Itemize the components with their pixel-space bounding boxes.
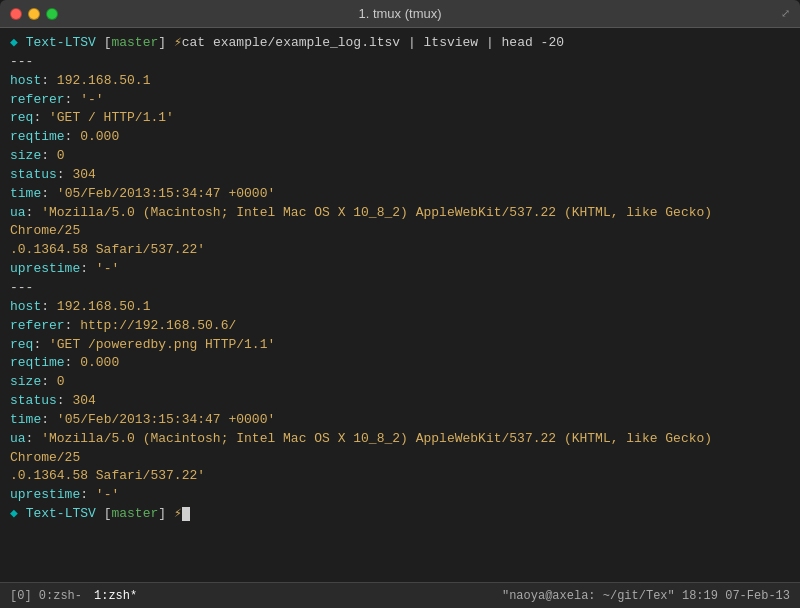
prompt-command: cat example/example_log.ltsv | ltsview |… <box>182 35 564 50</box>
record1-reqtime: reqtime: 0.000 <box>10 128 790 147</box>
record1-host: host: 192.168.50.1 <box>10 72 790 91</box>
prompt2-branch: master <box>111 506 158 521</box>
prompt-bracket-open: [ <box>96 35 112 50</box>
prompt-icon: ◆ <box>10 35 26 50</box>
record2-time: time: '05/Feb/2013:15:34:47 +0000' <box>10 411 790 430</box>
session-name: "naoya@axela: ~/git/Tex" <box>502 589 675 603</box>
record1-referer: referer: '-' <box>10 91 790 110</box>
prompt2-bolt: ⚡ <box>174 506 182 521</box>
prompt2-bracket-close: ] <box>158 506 174 521</box>
prompt-plugin: Text-LTSV <box>26 35 96 50</box>
prompt-branch: master <box>111 35 158 50</box>
resize-icon: ⤢ <box>781 7 790 20</box>
tab-1[interactable]: 1:zsh* <box>94 589 137 603</box>
record1-status: status: 304 <box>10 166 790 185</box>
record2-uprestime: uprestime: '-' <box>10 486 790 505</box>
record2-req: req: 'GET /poweredby.png HTTP/1.1' <box>10 336 790 355</box>
status-right: "naoya@axela: ~/git/Tex" 18:19 07-Feb-13 <box>502 589 790 603</box>
record2-reqtime: reqtime: 0.000 <box>10 354 790 373</box>
terminal-cursor <box>182 507 190 521</box>
record1-ua: ua: 'Mozilla/5.0 (Macintosh; Intel Mac O… <box>10 204 790 242</box>
status-time: 18:19 07-Feb-13 <box>682 589 790 603</box>
separator-2: --- <box>10 279 790 298</box>
prompt-line-1: ◆ Text-LTSV [master] ⚡cat example/exampl… <box>10 34 790 53</box>
status-bar: [0] 0:zsh- 1:zsh* "naoya@axela: ~/git/Te… <box>0 582 800 608</box>
close-button[interactable] <box>10 8 22 20</box>
record1-uprestime: uprestime: '-' <box>10 260 790 279</box>
window-title: 1. tmux (tmux) <box>358 6 441 21</box>
record2-referer: referer: http://192.168.50.6/ <box>10 317 790 336</box>
record1-req: req: 'GET / HTTP/1.1' <box>10 109 790 128</box>
prompt2-bracket-open: [ <box>96 506 112 521</box>
terminal-output[interactable]: ◆ Text-LTSV [master] ⚡cat example/exampl… <box>0 28 800 582</box>
record2-host: host: 192.168.50.1 <box>10 298 790 317</box>
tab-list: [0] 0:zsh- 1:zsh* <box>10 589 137 603</box>
record2-status: status: 304 <box>10 392 790 411</box>
prompt-line-2: ◆ Text-LTSV [master] ⚡ <box>10 505 790 524</box>
title-bar: 1. tmux (tmux) ⤢ <box>0 0 800 28</box>
maximize-button[interactable] <box>46 8 58 20</box>
window: 1. tmux (tmux) ⤢ ◆ Text-LTSV [master] ⚡c… <box>0 0 800 608</box>
record2-ua: ua: 'Mozilla/5.0 (Macintosh; Intel Mac O… <box>10 430 790 468</box>
window-buttons <box>10 8 58 20</box>
tab-0[interactable]: [0] 0:zsh- <box>10 589 82 603</box>
prompt-bolt: ⚡ <box>174 35 182 50</box>
minimize-button[interactable] <box>28 8 40 20</box>
record2-ua-cont: .0.1364.58 Safari/537.22' <box>10 467 790 486</box>
record1-time: time: '05/Feb/2013:15:34:47 +0000' <box>10 185 790 204</box>
record1-size: size: 0 <box>10 147 790 166</box>
prompt-bracket-close: ] <box>158 35 174 50</box>
prompt2-icon: ◆ <box>10 506 26 521</box>
separator-1: --- <box>10 53 790 72</box>
record1-ua-cont: .0.1364.58 Safari/537.22' <box>10 241 790 260</box>
prompt2-plugin: Text-LTSV <box>26 506 96 521</box>
record2-size: size: 0 <box>10 373 790 392</box>
